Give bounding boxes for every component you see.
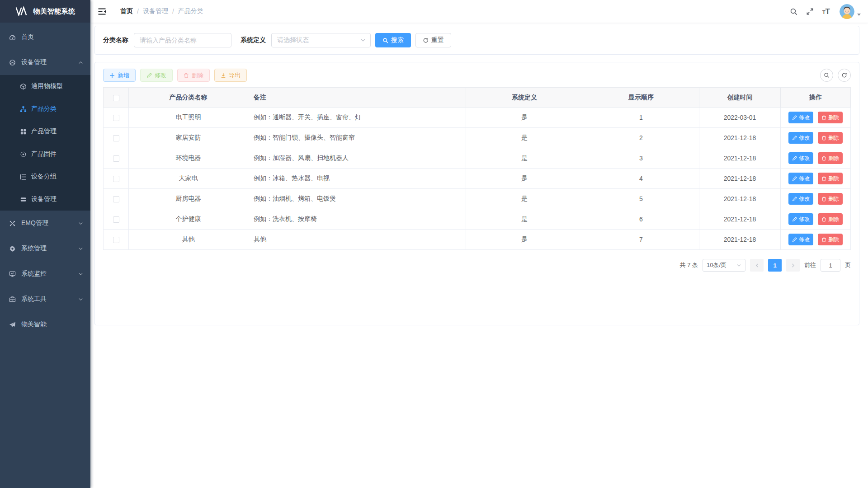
sidebar-subitem-设备分组[interactable]: 设备分组 bbox=[0, 165, 90, 188]
col-created-time: 创建时间 bbox=[699, 88, 781, 108]
search-button[interactable]: 搜索 bbox=[375, 33, 411, 47]
row-delete-button[interactable]: 删除 bbox=[818, 152, 843, 164]
sidebar-item-label: 系统工具 bbox=[21, 295, 78, 303]
server-icon bbox=[20, 196, 27, 203]
sidebar-item-EMQ管理[interactable]: EMQ管理 bbox=[0, 211, 90, 236]
cell-category-name: 其他 bbox=[129, 230, 248, 250]
cell-system-defined: 是 bbox=[466, 148, 583, 169]
chevron-down-icon bbox=[360, 38, 366, 43]
cell-remark: 例如：洗衣机、按摩椅 bbox=[248, 209, 466, 230]
sidebar-subitem-label: 设备分组 bbox=[31, 173, 83, 181]
row-checkbox[interactable] bbox=[113, 115, 119, 121]
refresh-table-button[interactable] bbox=[838, 69, 851, 82]
pencil-icon bbox=[792, 217, 797, 222]
sidebar-subitem-产品管理[interactable]: 产品管理 bbox=[0, 120, 90, 143]
row-delete-button[interactable]: 删除 bbox=[818, 234, 843, 245]
row-delete-button[interactable]: 删除 bbox=[818, 193, 843, 205]
sidebar-item-设备管理[interactable]: 设备管理 bbox=[0, 50, 90, 75]
row-edit-button[interactable]: 修改 bbox=[788, 234, 813, 245]
row-checkbox[interactable] bbox=[113, 135, 119, 141]
cell-remark: 例如：冰箱、热水器、电视 bbox=[248, 169, 466, 189]
row-edit-button[interactable]: 修改 bbox=[788, 173, 813, 184]
user-avatar[interactable] bbox=[840, 4, 861, 19]
row-edit-button[interactable]: 修改 bbox=[788, 132, 813, 144]
sidebar-subitem-label: 设备管理 bbox=[31, 195, 83, 203]
add-button[interactable]: 新增 bbox=[103, 69, 136, 82]
cell-created-time: 2021-12-18 bbox=[699, 209, 781, 230]
row-delete-button[interactable]: 删除 bbox=[818, 213, 843, 225]
refresh-icon bbox=[841, 72, 847, 78]
row-delete-button[interactable]: 删除 bbox=[818, 112, 843, 123]
grid-icon bbox=[20, 128, 27, 135]
cell-remark: 例如：智能门锁、摄像头、智能窗帘 bbox=[248, 128, 466, 148]
trash-icon bbox=[821, 197, 826, 202]
delete-button[interactable]: 删除 bbox=[177, 69, 210, 82]
cell-created-time: 2021-12-18 bbox=[699, 169, 781, 189]
cell-actions: 修改删除 bbox=[781, 169, 851, 189]
cell-remark: 例如：油烟机、烤箱、电饭煲 bbox=[248, 189, 466, 209]
next-page-button[interactable] bbox=[786, 259, 800, 272]
sidebar-item-系统管理[interactable]: 系统管理 bbox=[0, 236, 90, 261]
edit-button[interactable]: 修改 bbox=[140, 69, 173, 82]
sidebar-subitem-设备管理[interactable]: 设备管理 bbox=[0, 188, 90, 211]
sidebar-item-首页[interactable]: 首页 bbox=[0, 24, 90, 50]
trash-icon bbox=[821, 136, 826, 141]
prev-page-button[interactable] bbox=[750, 259, 764, 272]
category-tree-icon bbox=[20, 106, 27, 113]
pencil-icon bbox=[792, 176, 797, 181]
font-size-icon[interactable]: TT bbox=[822, 8, 830, 15]
row-checkbox[interactable] bbox=[113, 196, 119, 202]
cell-system-defined: 是 bbox=[466, 209, 583, 230]
sidebar-item-系统工具[interactable]: 系统工具 bbox=[0, 286, 90, 312]
search-panel: 分类名称 系统定义 请选择状态 搜索 重置 bbox=[94, 26, 859, 55]
breadcrumb-item-首页[interactable]: 首页 bbox=[120, 7, 133, 15]
cell-created-time: 2021-12-18 bbox=[699, 230, 781, 250]
sidebar-subitem-通用物模型[interactable]: 通用物模型 bbox=[0, 75, 90, 98]
row-checkbox[interactable] bbox=[113, 176, 119, 182]
sidebar-item-系统监控[interactable]: 系统监控 bbox=[0, 261, 90, 286]
sidebar-item-物美智能[interactable]: 物美智能 bbox=[0, 312, 90, 337]
reset-button[interactable]: 重置 bbox=[415, 33, 451, 47]
toggle-search-button[interactable] bbox=[820, 69, 833, 82]
row-edit-button[interactable]: 修改 bbox=[788, 193, 813, 205]
sidebar-item-label: 系统管理 bbox=[21, 244, 78, 253]
system-defined-select[interactable]: 请选择状态 bbox=[271, 33, 371, 47]
row-checkbox[interactable] bbox=[113, 237, 119, 243]
export-button[interactable]: 导出 bbox=[214, 69, 247, 82]
cell-actions: 修改删除 bbox=[781, 128, 851, 148]
breadcrumb-item-设备管理: 设备管理 bbox=[143, 7, 168, 15]
row-checkbox[interactable] bbox=[113, 155, 119, 162]
trash-icon bbox=[821, 217, 826, 222]
sidebar-subitem-产品固件[interactable]: 产品固件 bbox=[0, 143, 90, 165]
search-icon bbox=[382, 38, 388, 43]
sidebar-fold-icon[interactable] bbox=[98, 8, 106, 15]
cell-system-defined: 是 bbox=[466, 230, 583, 250]
row-delete-button[interactable]: 删除 bbox=[818, 173, 843, 184]
table-row: 家居安防例如：智能门锁、摄像头、智能窗帘是22021-12-18修改删除 bbox=[104, 128, 851, 148]
row-delete-button[interactable]: 删除 bbox=[818, 132, 843, 144]
firmware-icon bbox=[20, 151, 27, 158]
logo[interactable]: 物美智能系统 bbox=[0, 0, 90, 23]
row-edit-button[interactable]: 修改 bbox=[788, 213, 813, 225]
row-edit-button[interactable]: 修改 bbox=[788, 112, 813, 123]
add-button-label: 新增 bbox=[118, 71, 129, 80]
submenu-设备管理: 通用物模型产品分类产品管理产品固件设备分组设备管理 bbox=[0, 75, 90, 211]
pagination: 共 7 条 10条/页 1 前往 页 bbox=[103, 259, 851, 272]
header-search-icon[interactable] bbox=[790, 8, 797, 15]
cell-display-order: 6 bbox=[583, 209, 699, 230]
select-all-checkbox[interactable] bbox=[113, 95, 119, 101]
sidebar-subitem-产品分类[interactable]: 产品分类 bbox=[0, 98, 90, 120]
goto-page-input[interactable] bbox=[821, 259, 840, 272]
main-content: 分类名称 系统定义 请选择状态 搜索 重置 bbox=[90, 23, 868, 488]
col-actions: 操作 bbox=[781, 88, 851, 108]
sidebar: 物美智能系统 首页设备管理通用物模型产品分类产品管理产品固件设备分组设备管理EM… bbox=[0, 0, 90, 488]
category-name-input[interactable] bbox=[134, 33, 231, 47]
row-checkbox[interactable] bbox=[113, 216, 119, 223]
current-page-button[interactable]: 1 bbox=[768, 259, 782, 272]
table-row: 厨房电器例如：油烟机、烤箱、电饭煲是52021-12-18修改删除 bbox=[104, 189, 851, 209]
page-size-select[interactable]: 10条/页 bbox=[703, 259, 745, 272]
cell-category-name: 厨房电器 bbox=[129, 189, 248, 209]
cell-created-time: 2021-12-18 bbox=[699, 128, 781, 148]
fullscreen-icon[interactable] bbox=[806, 8, 814, 15]
row-edit-button[interactable]: 修改 bbox=[788, 152, 813, 164]
